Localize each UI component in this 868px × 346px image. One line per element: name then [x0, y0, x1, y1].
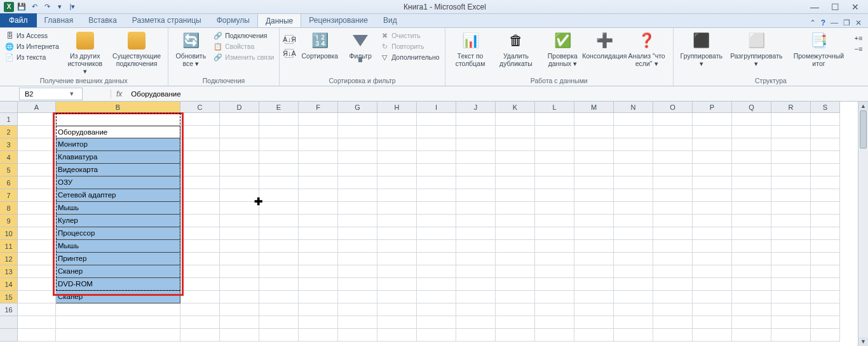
cell[interactable] — [220, 278, 259, 291]
cell[interactable] — [338, 291, 377, 303]
row-header[interactable]: 13 — [0, 265, 18, 278]
cell[interactable] — [18, 151, 56, 164]
text-to-columns-button[interactable]: 📊Текст по столбцам — [449, 29, 492, 69]
cell[interactable] — [811, 329, 840, 342]
cell[interactable] — [259, 113, 299, 126]
cell[interactable] — [535, 316, 574, 329]
cell[interactable] — [377, 189, 417, 202]
cell[interactable] — [377, 151, 417, 164]
cell[interactable] — [811, 240, 840, 253]
cell[interactable] — [732, 253, 771, 265]
minimize-button[interactable]: — — [808, 2, 821, 12]
cell[interactable] — [18, 113, 56, 126]
cell[interactable] — [259, 151, 299, 164]
cell[interactable] — [456, 176, 496, 189]
scroll-thumb[interactable] — [860, 110, 867, 149]
cell[interactable] — [299, 253, 338, 265]
cell[interactable] — [732, 151, 771, 164]
cell[interactable] — [693, 227, 732, 240]
cell[interactable] — [535, 253, 574, 265]
cell[interactable] — [18, 176, 56, 189]
consolidate-button[interactable]: ➕Консолидация — [587, 29, 621, 61]
cell[interactable] — [771, 291, 811, 303]
undo-icon[interactable]: ↶ — [29, 2, 39, 12]
cell[interactable] — [259, 240, 299, 253]
cell[interactable] — [180, 176, 220, 189]
cell[interactable]: Мышь — [56, 202, 180, 215]
cell[interactable] — [220, 202, 259, 215]
column-header[interactable]: Q — [732, 102, 771, 113]
maximize-button[interactable]: ☐ — [829, 2, 841, 12]
row-header[interactable]: 16 — [0, 303, 18, 316]
cell[interactable] — [771, 164, 811, 176]
cell[interactable] — [732, 278, 771, 291]
cell[interactable] — [338, 316, 377, 329]
cell[interactable] — [56, 303, 180, 316]
sort-button[interactable]: 🔢 Сортировка — [297, 29, 342, 61]
cell[interactable] — [693, 164, 732, 176]
cell[interactable] — [693, 253, 732, 265]
cell[interactable] — [377, 164, 417, 176]
tab-вставка[interactable]: Вставка — [81, 13, 125, 27]
cell[interactable] — [693, 265, 732, 278]
cell[interactable] — [456, 253, 496, 265]
cell[interactable] — [220, 189, 259, 202]
cell[interactable] — [377, 291, 417, 303]
cell[interactable] — [456, 113, 496, 126]
row-header[interactable]: 10 — [0, 227, 18, 240]
cell[interactable] — [496, 278, 535, 291]
edit-links-button[interactable]: 🔗Изменить связи — [212, 52, 275, 62]
column-header[interactable]: D — [220, 102, 259, 113]
cell[interactable] — [377, 329, 417, 342]
cell[interactable] — [614, 316, 653, 329]
cell[interactable] — [180, 253, 220, 265]
cell[interactable] — [299, 215, 338, 227]
cell[interactable] — [18, 303, 56, 316]
row-header[interactable]: 12 — [0, 253, 18, 265]
filter-button[interactable]: Фильтр — [344, 29, 376, 61]
row-header[interactable]: 2 — [0, 126, 18, 138]
cell[interactable] — [653, 176, 693, 189]
cell[interactable] — [496, 329, 535, 342]
cell[interactable] — [18, 138, 56, 151]
cell[interactable] — [220, 265, 259, 278]
cell[interactable] — [180, 151, 220, 164]
cell[interactable] — [377, 215, 417, 227]
cell[interactable] — [456, 227, 496, 240]
cell[interactable]: Сканер — [56, 265, 180, 278]
cell[interactable] — [18, 240, 56, 253]
cell[interactable] — [811, 227, 840, 240]
cell[interactable] — [811, 265, 840, 278]
cell[interactable] — [811, 189, 840, 202]
subtotal-button[interactable]: 📑Промежуточный итог — [787, 29, 850, 69]
cell[interactable] — [653, 151, 693, 164]
show-detail-button[interactable]: +≡ — [853, 33, 864, 43]
cell[interactable] — [496, 291, 535, 303]
spreadsheet-grid[interactable]: ABCDEFGHIJKLMNOPQRS 12Оборудование3Монит… — [0, 102, 868, 342]
cell[interactable] — [771, 126, 811, 138]
workbook-restore-icon[interactable]: ❐ — [843, 18, 850, 27]
cell[interactable] — [732, 164, 771, 176]
cell[interactable] — [732, 202, 771, 215]
cell[interactable] — [456, 240, 496, 253]
cell[interactable] — [496, 227, 535, 240]
cell[interactable] — [496, 316, 535, 329]
cell[interactable] — [417, 151, 456, 164]
column-header[interactable]: O — [653, 102, 693, 113]
cell[interactable] — [574, 316, 614, 329]
cell[interactable] — [811, 202, 840, 215]
cell[interactable] — [180, 329, 220, 342]
cell[interactable] — [180, 316, 220, 329]
cell[interactable] — [299, 189, 338, 202]
cell[interactable] — [259, 227, 299, 240]
cell[interactable] — [220, 253, 259, 265]
name-box[interactable]: B2 ▾ — [19, 88, 83, 100]
cell[interactable] — [496, 303, 535, 316]
cell[interactable]: Процессор — [56, 227, 180, 240]
cell[interactable] — [811, 164, 840, 176]
cell[interactable] — [535, 240, 574, 253]
cell[interactable] — [56, 329, 180, 342]
cell[interactable] — [732, 329, 771, 342]
ungroup-button[interactable]: ⬜Разгруппировать ▾ — [728, 29, 785, 69]
cell[interactable] — [574, 253, 614, 265]
